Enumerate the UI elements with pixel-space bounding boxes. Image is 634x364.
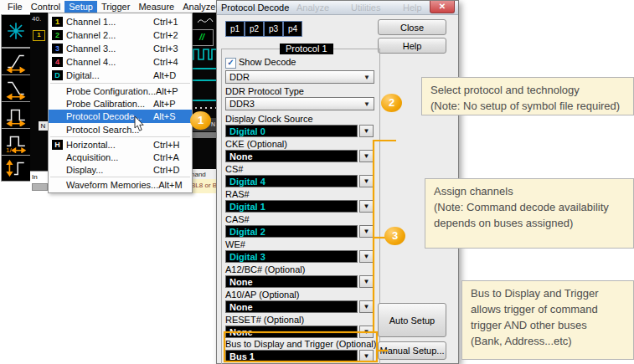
cs-dropdown-button[interactable]: ▼ — [359, 175, 374, 187]
ghost-menu-analyze: Analyze — [296, 3, 329, 13]
menu-item-horizontal[interactable]: H Horizontal... Ctrl+H — [49, 138, 192, 151]
menu-item-channel-2[interactable]: 2 Channel 2... Ctrl+2 — [49, 28, 192, 42]
close-icon[interactable]: ✕ — [430, 1, 455, 13]
decode-header-text: nand — [191, 171, 206, 178]
menu-file[interactable]: File — [3, 1, 27, 13]
channel-2-icon: 2 — [52, 30, 63, 40]
menu-item-waveform-memories[interactable]: Waveform Memories... Alt+M — [49, 178, 192, 191]
cas-combo[interactable]: Digital 2 — [225, 225, 358, 238]
menu-item-shortcut: Ctrl+3 — [153, 44, 192, 54]
step-3-badge: 3 — [384, 227, 405, 245]
menu-trigger[interactable]: Trigger — [97, 1, 134, 13]
step-2-badge: 2 — [381, 94, 402, 112]
callout-line: depends on buses assigned) — [434, 215, 625, 231]
manual-setup-button[interactable]: Manual Setup... — [378, 341, 446, 360]
tab-p4[interactable]: p4 — [283, 21, 302, 37]
display-clock-source-dropdown-button[interactable]: ▼ — [359, 125, 374, 137]
menu-item-label: Channel 3... — [66, 44, 153, 54]
cke-combo[interactable]: None — [225, 150, 358, 162]
callout-bus-trigger: Bus to Display and Trigger allows trigge… — [461, 280, 634, 360]
fall-time-button[interactable] — [1, 74, 31, 102]
menu-item-shortcut: Ctrl+4 — [153, 57, 192, 67]
reset-combo[interactable]: None — [225, 326, 358, 338]
menu-item-shortcut: Ctrl+1 — [153, 17, 192, 27]
close-button[interactable]: Close — [378, 19, 446, 35]
amplitude-button[interactable] — [1, 155, 31, 182]
show-decode-checkbox[interactable]: ✓ — [225, 58, 236, 69]
a12bc-combo[interactable]: None — [225, 275, 358, 288]
menu-separator — [50, 136, 190, 137]
menu-item-shortcut: Ctrl+H — [153, 140, 192, 150]
bus-to-display-dropdown-button[interactable]: ▼ — [359, 350, 374, 362]
field-label-display-clock-source: Display Clock Source — [225, 114, 313, 124]
channel-3-icon: 3 — [52, 44, 63, 54]
a10ap-combo[interactable]: None — [225, 300, 358, 313]
bus-to-display-combo[interactable]: Bus 1 — [225, 350, 358, 362]
menu-item-channel-4[interactable]: 4 Channel 4... Ctrl+4 — [49, 55, 192, 69]
field-label-reset: RESET# (Optional) — [225, 315, 304, 325]
callout-line: (Note: No setup of symbol file required) — [430, 98, 625, 114]
chevron-down-icon: ▼ — [363, 100, 374, 108]
scope-background-right: // N o N nand BL8 or B — [190, 13, 216, 193]
menu-item-channel-3[interactable]: 3 Channel 3... Ctrl+3 — [49, 42, 192, 55]
protocol-1-group-label: Protocol 1 — [280, 44, 333, 54]
channel-1-badge: 1 — [33, 30, 45, 41]
help-button[interactable]: Help — [378, 38, 446, 54]
display-clock-source-combo[interactable]: Digital 0 — [225, 125, 358, 137]
we-dropdown-button[interactable]: ▼ — [359, 250, 374, 263]
tab-p3[interactable]: p3 — [264, 21, 283, 37]
period-frequency-button[interactable]: 1/ — [1, 128, 31, 156]
we-combo[interactable]: Digital 3 — [225, 250, 358, 263]
ras-combo[interactable]: Digital 1 — [225, 200, 358, 213]
menu-analyze[interactable]: Analyze — [178, 1, 219, 13]
menu-item-shortcut: Ctrl+D — [153, 165, 192, 175]
pulse-width-button[interactable] — [1, 101, 31, 129]
digital-trace — [190, 68, 216, 69]
combo-value: Digital 3 — [229, 252, 265, 262]
menu-control[interactable]: Control — [27, 1, 64, 13]
tab-p1[interactable]: p1 — [225, 21, 245, 37]
menu-item-channel-1[interactable]: 1 Channel 1... Ctrl+1 — [49, 15, 192, 28]
cs-combo[interactable]: Digital 4 — [225, 175, 358, 187]
listing-col-n: N — [211, 121, 215, 127]
field-label-cs: CS# — [225, 164, 243, 174]
menu-separator — [50, 177, 190, 177]
channel-1-icon: 1 — [52, 17, 63, 27]
ghost-menu-help: Help — [403, 3, 422, 13]
menu-item-protocol-decode[interactable]: Protocol Decode... Alt+S — [49, 110, 192, 123]
protocol-family-combo[interactable]: DDR ▼ — [225, 70, 374, 84]
autoscale-button[interactable] — [1, 14, 31, 48]
cke-dropdown-button[interactable]: ▼ — [359, 150, 374, 162]
ddr-protocol-type-combo[interactable]: DDR3 ▼ — [225, 97, 374, 110]
dialog-title-bar[interactable]: Protocol Decode Analyze Utilities Help ✕ — [217, 1, 458, 15]
menu-item-digital[interactable]: D Digital... Alt+D — [49, 69, 192, 82]
ras-dropdown-button[interactable]: ▼ — [359, 200, 374, 213]
reset-dropdown-button[interactable]: ▼ — [359, 326, 374, 338]
menu-item-protocol-search[interactable]: Protocol Search... — [49, 123, 192, 136]
menu-item-shortcut: Alt+P — [156, 86, 194, 96]
menu-measure[interactable]: Measure — [134, 1, 178, 13]
auto-setup-button[interactable]: Auto Setup — [378, 303, 446, 337]
callout-select-protocol: Select protocol and technology (Note: No… — [421, 77, 634, 115]
menu-item-acquisition[interactable]: Acquisition... Ctrl+A — [49, 151, 192, 163]
field-label-bus-to-display: Bus to Display and Trigger (Optional) — [225, 339, 376, 349]
dialog-title: Protocol Decode — [221, 3, 289, 13]
callout-line: allows trigger of command — [471, 301, 625, 317]
a12bc-dropdown-button[interactable]: ▼ — [359, 275, 374, 288]
protocol-decode-dialog: Protocol Decode Analyze Utilities Help ✕… — [216, 0, 459, 364]
rise-time-icon — [5, 51, 27, 73]
tab-p2[interactable]: p2 — [245, 21, 264, 37]
menu-item-probe-calibration[interactable]: Probe Calibration... Alt+P — [49, 97, 192, 110]
status-panel-fragment: In — [30, 171, 49, 194]
menu-item-display[interactable]: Display... Ctrl+D — [49, 163, 192, 176]
menu-item-label: Channel 4... — [66, 57, 153, 67]
menu-setup[interactable]: Setup — [64, 1, 97, 13]
menu-item-shortcut: Alt+S — [153, 111, 192, 121]
scrollbar-fragment[interactable] — [190, 132, 216, 138]
rise-time-button[interactable] — [1, 48, 31, 75]
menu-item-probe-configuration[interactable]: Probe Configuration... Alt+P — [49, 85, 192, 97]
cas-dropdown-button[interactable]: ▼ — [359, 225, 374, 238]
chevron-down-icon: ▼ — [363, 228, 370, 235]
a10ap-dropdown-button[interactable]: ▼ — [359, 300, 374, 313]
combo-value: None — [229, 302, 253, 312]
